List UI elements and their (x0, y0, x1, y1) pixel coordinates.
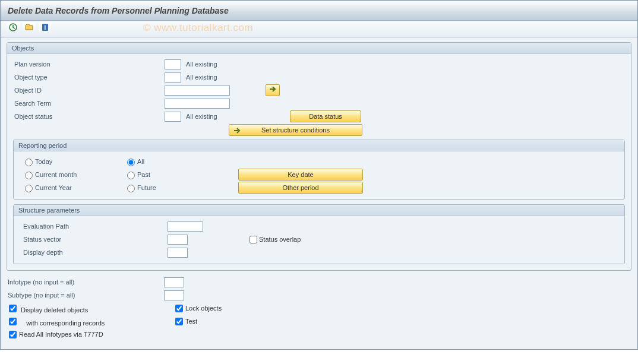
radio-past[interactable] (127, 172, 135, 179)
object-status-input[interactable] (165, 112, 181, 122)
multiple-selection-button[interactable] (266, 84, 280, 96)
subtype-input[interactable] (164, 290, 184, 300)
object-type-input[interactable] (165, 72, 181, 83)
execute-button[interactable] (7, 23, 20, 34)
radio-future-label: Future (137, 184, 156, 191)
lock-objects-label: Lock objects (185, 305, 222, 312)
display-deleted-checkbox[interactable] (9, 305, 17, 312)
search-term-label: Search Term (13, 100, 165, 107)
clock-run-icon (8, 23, 18, 32)
with-corresponding-label: with corresponding records (21, 319, 105, 327)
search-term-input[interactable] (165, 99, 230, 109)
object-type-label: Object type (13, 74, 165, 81)
reporting-period-group: Reporting period Today All Current month… (13, 140, 625, 200)
status-overlap-checkbox[interactable] (249, 236, 257, 243)
data-status-button[interactable]: Data status (290, 110, 361, 122)
lock-objects-checkbox[interactable] (175, 305, 183, 312)
status-vector-label: Status vector (22, 236, 168, 243)
plan-version-label: Plan version (13, 61, 165, 68)
infotype-input[interactable] (164, 277, 184, 287)
read-all-infotypes-label: Read All Infotypes via T777D (19, 331, 103, 338)
set-structure-conditions-label: Set structure conditions (261, 126, 330, 134)
structure-parameters-title: Structure parameters (14, 205, 624, 216)
set-structure-conditions-button[interactable]: Set structure conditions (229, 124, 362, 136)
infotype-label: Infotype (no input = all) (7, 278, 164, 286)
plan-version-input[interactable] (165, 59, 181, 69)
key-date-button[interactable]: Key date (238, 169, 363, 181)
info-icon: i (40, 23, 50, 32)
radio-today-label: Today (35, 158, 52, 165)
evaluation-path-input[interactable] (168, 221, 203, 232)
radio-current-year-label: Current Year (35, 184, 72, 191)
object-status-suffix: All existing (186, 113, 290, 120)
radio-all-label: All (137, 158, 144, 165)
structure-parameters-group: Structure parameters Evaluation Path Sta… (13, 204, 625, 264)
variant-button[interactable] (23, 23, 36, 34)
evaluation-path-label: Evaluation Path (22, 223, 168, 230)
radio-all[interactable] (127, 159, 135, 166)
object-id-input[interactable] (165, 86, 230, 96)
svg-text:i: i (45, 24, 46, 31)
radio-current-month-label: Current month (35, 171, 77, 178)
radio-current-month[interactable] (25, 172, 33, 179)
display-depth-input[interactable] (168, 248, 188, 258)
arrow-right-icon (233, 127, 241, 134)
plan-version-suffix: All existing (186, 61, 217, 68)
toolbar: i © www.tutorialkart.com (1, 21, 637, 37)
radio-current-year[interactable] (25, 185, 33, 192)
other-period-button[interactable]: Other period (238, 182, 363, 194)
objects-group-title: Objects (7, 43, 631, 54)
status-overlap-label: Status overlap (259, 236, 301, 243)
radio-future[interactable] (127, 185, 135, 192)
radio-past-label: Past (137, 171, 150, 178)
object-id-label: Object ID (13, 87, 165, 94)
page-title: Delete Data Records from Personnel Plann… (1, 1, 637, 21)
object-type-suffix: All existing (186, 74, 217, 81)
status-vector-input[interactable] (168, 235, 188, 245)
subtype-label: Subtype (no input = all) (7, 292, 164, 299)
test-checkbox[interactable] (175, 318, 183, 325)
reporting-period-title: Reporting period (14, 140, 624, 151)
object-status-label: Object status (13, 113, 165, 120)
display-depth-label: Display depth (22, 249, 168, 256)
radio-today[interactable] (25, 159, 33, 166)
arrow-right-icon (269, 86, 277, 93)
objects-group: Objects Plan version All existing Object… (7, 42, 631, 271)
display-deleted-label: Display deleted objects (21, 306, 88, 314)
watermark: © www.tutorialkart.com (143, 22, 253, 34)
read-all-infotypes-checkbox[interactable] (9, 331, 17, 338)
info-button[interactable]: i (39, 23, 52, 34)
folder-open-icon (24, 23, 34, 32)
test-label: Test (185, 318, 197, 325)
with-corresponding-checkbox[interactable] (9, 318, 17, 325)
